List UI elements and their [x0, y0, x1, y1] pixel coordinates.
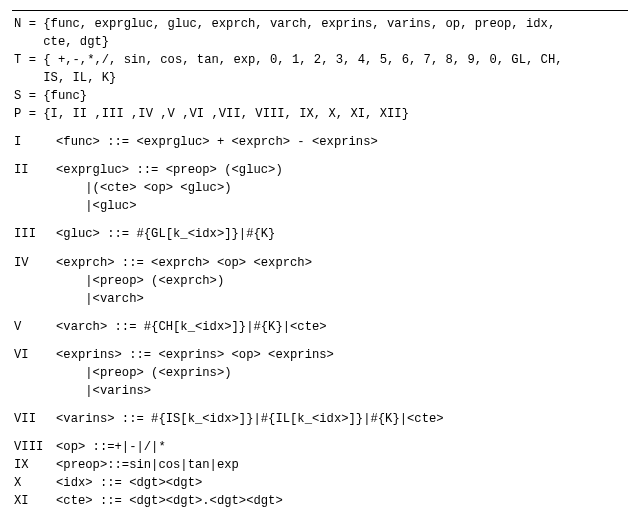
rule-V: V <varch> ::= #{CH[k_<idx>]}|#{K}|<cte>	[14, 318, 626, 336]
rule-IV: IV <exprch> ::= <exprch> <op> <exprch> |…	[14, 254, 626, 308]
roman-label: IV	[14, 254, 56, 308]
rule-XI: XI <cte> ::= <dgt><dgt>.<dgt><dgt>	[14, 492, 626, 510]
roman-label: III	[14, 225, 56, 243]
rule-body: <varins> ::= #{IS[k_<idx>]}|#{IL[k_<idx>…	[56, 410, 444, 428]
rule-VIII: VIII <op> ::=+|-|/|*	[14, 438, 626, 456]
roman-label: I	[14, 133, 56, 151]
rule-X: X <idx> ::= <dgt><dgt>	[14, 474, 626, 492]
roman-label: X	[14, 474, 56, 492]
set-S: S = {func}	[14, 87, 626, 105]
rule-body: <gluc> ::= #{GL[k_<idx>]}|#{K}	[56, 225, 275, 243]
rule-body: <cte> ::= <dgt><dgt>.<dgt><dgt>	[56, 492, 283, 510]
rule-VI: VI <exprins> ::= <exprins> <op> <exprins…	[14, 346, 626, 400]
rule-IX: IX <preop>::=sin|cos|tan|exp	[14, 456, 626, 474]
set-P: P = {I, II ,III ,IV ,V ,VI ,VII, VIII, I…	[14, 105, 626, 123]
set-N: N = {func, exprgluc, gluc, exprch, varch…	[14, 15, 626, 51]
roman-label: VI	[14, 346, 56, 400]
rule-I: I <func> ::= <exprgluc> + <exprch> - <ex…	[14, 133, 626, 151]
grammar-block: N = {func, exprgluc, gluc, exprch, varch…	[12, 10, 628, 510]
rule-II: II <exprgluc> ::= <preop> (<gluc>) |(<ct…	[14, 161, 626, 215]
roman-label: XI	[14, 492, 56, 510]
roman-label: IX	[14, 456, 56, 474]
rule-body: <exprins> ::= <exprins> <op> <exprins> |…	[56, 346, 334, 400]
rule-body: <op> ::=+|-|/|*	[56, 438, 166, 456]
roman-label: VII	[14, 410, 56, 428]
roman-label: VIII	[14, 438, 56, 456]
rule-body: <preop>::=sin|cos|tan|exp	[56, 456, 239, 474]
rule-body: <exprch> ::= <exprch> <op> <exprch> |<pr…	[56, 254, 312, 308]
rule-VII: VII <varins> ::= #{IS[k_<idx>]}|#{IL[k_<…	[14, 410, 626, 428]
rule-III: III <gluc> ::= #{GL[k_<idx>]}|#{K}	[14, 225, 626, 243]
rule-body: <exprgluc> ::= <preop> (<gluc>) |(<cte> …	[56, 161, 283, 215]
roman-label: V	[14, 318, 56, 336]
rule-body: <idx> ::= <dgt><dgt>	[56, 474, 202, 492]
roman-label: II	[14, 161, 56, 215]
set-T: T = { +,-,*,/, sin, cos, tan, exp, 0, 1,…	[14, 51, 626, 87]
rule-body: <varch> ::= #{CH[k_<idx>]}|#{K}|<cte>	[56, 318, 327, 336]
rule-body: <func> ::= <exprgluc> + <exprch> - <expr…	[56, 133, 378, 151]
